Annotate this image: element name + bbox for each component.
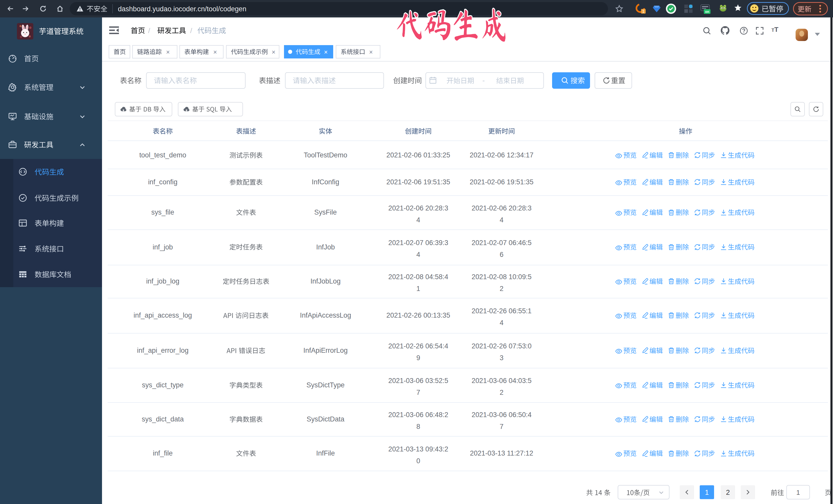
svg-text:1: 1 xyxy=(642,9,645,14)
svg-text:on: on xyxy=(705,10,709,14)
